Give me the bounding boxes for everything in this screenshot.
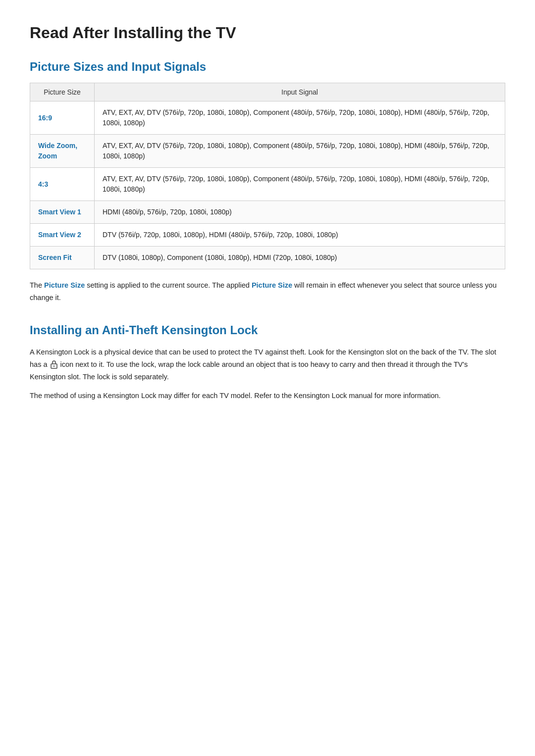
section2-heading: Installing an Anti-Theft Kensington Lock [30, 323, 505, 337]
para1-after: icon next to it. To use the lock, wrap t… [30, 360, 468, 381]
lock-icon [50, 360, 60, 368]
col-header-picture-size: Picture Size [30, 83, 95, 101]
picture-size-note: The Picture Size setting is applied to t… [30, 279, 505, 303]
picture-sizes-section: Picture Sizes and Input Signals Picture … [30, 60, 505, 303]
table-row: 4:3ATV, EXT, AV, DTV (576i/p, 720p, 1080… [30, 168, 505, 201]
input-signal-cell: DTV (1080i, 1080p), Component (1080i, 10… [95, 247, 505, 269]
note-mid: setting is applied to the current source… [85, 281, 252, 289]
picture-size-table: Picture Size Input Signal 16:9ATV, EXT, … [30, 83, 505, 269]
input-signal-cell: ATV, EXT, AV, DTV (576i/p, 720p, 1080i, … [95, 101, 505, 135]
input-signal-cell: ATV, EXT, AV, DTV (576i/p, 720p, 1080i, … [95, 135, 505, 168]
table-row: Screen FitDTV (1080i, 1080p), Component … [30, 247, 505, 269]
table-row: 16:9ATV, EXT, AV, DTV (576i/p, 720p, 108… [30, 101, 505, 135]
picture-size-cell: Wide Zoom, Zoom [30, 135, 95, 168]
svg-point-1 [53, 365, 54, 366]
section1-heading: Picture Sizes and Input Signals [30, 60, 505, 74]
input-signal-cell: ATV, EXT, AV, DTV (576i/p, 720p, 1080i, … [95, 168, 505, 201]
note-highlight1: Picture Size [44, 281, 85, 289]
col-header-input-signal: Input Signal [95, 83, 505, 101]
note-highlight2: Picture Size [252, 281, 292, 289]
main-title: Read After Installing the TV [30, 24, 505, 42]
picture-size-cell: Screen Fit [30, 247, 95, 269]
kensington-para2: The method of using a Kensington Lock ma… [30, 390, 505, 402]
picture-size-cell: 16:9 [30, 101, 95, 135]
table-row: Smart View 2DTV (576i/p, 720p, 1080i, 10… [30, 224, 505, 247]
input-signal-cell: HDMI (480i/p, 576i/p, 720p, 1080i, 1080p… [95, 201, 505, 224]
picture-size-cell: Smart View 2 [30, 224, 95, 247]
table-row: Wide Zoom, ZoomATV, EXT, AV, DTV (576i/p… [30, 135, 505, 168]
picture-size-cell: Smart View 1 [30, 201, 95, 224]
note-before: The [30, 281, 44, 289]
kensington-section: Installing an Anti-Theft Kensington Lock… [30, 323, 505, 402]
picture-size-cell: 4:3 [30, 168, 95, 201]
kensington-para1: A Kensington Lock is a physical device t… [30, 346, 505, 383]
table-row: Smart View 1HDMI (480i/p, 576i/p, 720p, … [30, 201, 505, 224]
input-signal-cell: DTV (576i/p, 720p, 1080i, 1080p), HDMI (… [95, 224, 505, 247]
